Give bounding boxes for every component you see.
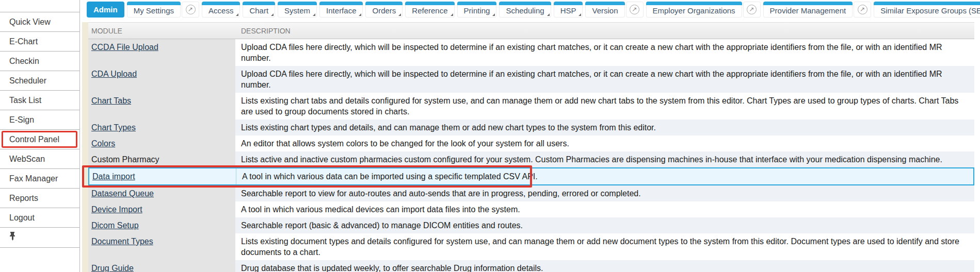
tab-top-accent [127,2,181,5]
dropdown-arrow-icon[interactable] [359,13,361,16]
dropdown-arrow-icon[interactable] [313,13,315,16]
module-link-document-types[interactable]: Document Types [91,237,153,246]
tab-provider-management[interactable]: Provider Management↗ [763,2,872,18]
tab-system[interactable]: System [278,2,317,18]
tab-interface[interactable]: Interface [319,2,363,18]
table-row-document-types[interactable]: Document TypesLists existing document ty… [88,233,974,260]
table-row-chart-tabs[interactable]: Chart TabsLists existing chart tabs and … [88,93,974,120]
sidebar-item-task-list[interactable]: Task List [0,90,79,110]
table-row-colors[interactable]: ColorsAn editor that allows system color… [88,135,974,151]
sidebar-item-checkin[interactable]: Checkin [0,51,79,71]
tab-body: Similar Exposure Groups (SEGs) [874,2,980,18]
module-description: Upload CDA files here directly, which wi… [235,39,974,66]
app-window: Quick ViewE-ChartCheckinSchedulerTask Li… [0,0,980,272]
sidebar-item-reports[interactable]: Reports [0,188,79,208]
tab-admin[interactable]: Admin [87,2,124,18]
module-link-cda-upload[interactable]: CDA Upload [91,70,137,78]
module-link-dicom-setup[interactable]: Dicom Setup [91,221,139,230]
tab-label: Access [208,6,233,16]
tab-label: Admin [93,5,118,14]
tab-employer-organizations[interactable]: Employer Organizations↗ [646,2,761,18]
sidebar-item-webscan[interactable]: WebScan [0,149,79,168]
tab-version[interactable]: Version↗ [585,2,643,18]
module-link-drug-guide[interactable]: Drug Guide [91,264,134,272]
tab-bar: AdminMy Settings↗AccessChartSystemInterf… [87,2,980,19]
tab-body: Reference [405,2,454,18]
tab-body: Orders [365,2,403,18]
tab-label: Reference [412,6,447,16]
tab-label: Chart [249,6,268,16]
tab-body: Version [585,2,624,18]
tab-label: Orders [372,6,396,16]
tab-label: Provider Management [770,6,846,16]
sidebar-item-label: WebScan [9,155,45,163]
module-link-ccda-file-upload[interactable]: CCDA File Upload [91,43,158,52]
tab-scheduling[interactable]: Scheduling [499,2,551,18]
module-description: A tool in which various data can be impo… [236,168,973,184]
sidebar-item-control-panel[interactable]: Control Panel [0,129,79,149]
sidebar-item-e-sign[interactable]: E-Sign [0,110,79,129]
tab-chart[interactable]: Chart [243,2,275,18]
sidebar-item-logout[interactable]: Logout [0,208,79,227]
module-link-chart-tabs[interactable]: Chart Tabs [91,96,131,105]
tab-similar-exposure-groups-segs[interactable]: Similar Exposure Groups (SEGs)↗ [874,2,980,18]
external-link-button[interactable]: ↗ [854,2,871,18]
module-description: Upload CDA files here directly, which wi… [235,66,974,93]
tab-orders[interactable]: Orders [365,2,403,18]
table-row-datasend-queue[interactable]: Datasend QueueSearchable report to view … [88,185,974,201]
external-link-button[interactable]: ↗ [743,2,761,18]
tab-label: System [284,6,310,16]
table-row-device-import[interactable]: Device ImportA tool in which various med… [88,201,974,217]
table-row-data-import[interactable]: Data importA tool in which various data … [88,167,974,185]
module-link-device-import[interactable]: Device Import [91,205,142,214]
table-header-row: MODULE DESCRIPTION [88,22,974,39]
tab-hsp[interactable]: HSP [554,2,583,18]
tab-body: Scheduling [499,2,551,18]
sidebar-pin-button[interactable] [0,227,79,248]
tab-label: My Settings [134,6,174,16]
table-row-chart-types[interactable]: Chart TypesLists existing chart types an… [88,120,974,135]
external-link-button[interactable]: ↗ [182,2,199,18]
tab-printing[interactable]: Printing [457,2,497,18]
dropdown-arrow-icon[interactable] [547,13,550,16]
dropdown-arrow-icon[interactable] [451,13,453,16]
module-description: A tool in which various medical devices … [235,201,974,217]
tab-top-accent [585,2,624,5]
module-cell: Drug Guide [88,260,235,272]
sidebar-item-fax-manager[interactable]: Fax Manager [0,168,79,188]
table-row-cda-upload[interactable]: CDA UploadUpload CDA files here directly… [88,66,974,93]
table-row-drug-guide[interactable]: Drug GuideDrug database that is updated … [88,260,974,272]
tab-reference[interactable]: Reference [405,2,454,18]
module-link-colors[interactable]: Colors [91,139,115,148]
pin-icon [9,228,16,247]
tab-top-accent [278,2,317,5]
module-description: Searchable report (basic & advanced) to … [235,217,974,233]
table-row-ccda-file-upload[interactable]: CCDA File UploadUpload CDA files here di… [88,39,974,66]
tab-my-settings[interactable]: My Settings↗ [127,2,199,18]
table-row-dicom-setup[interactable]: Dicom SetupSearchable report (basic & ad… [88,217,974,233]
dropdown-arrow-icon[interactable] [271,13,274,16]
module-cell: Data import [89,168,236,184]
sidebar-item-quick-view[interactable]: Quick View [0,12,79,31]
dropdown-arrow-icon[interactable] [579,13,581,16]
dropdown-arrow-icon[interactable] [492,13,495,16]
module-cell: Document Types [88,233,235,260]
sidebar-item-e-chart[interactable]: E-Chart [0,31,79,51]
tab-label: Employer Organizations [653,6,735,16]
dropdown-arrow-icon[interactable] [236,13,238,16]
tab-body: Printing [457,2,497,18]
table-row-custom-pharmacy[interactable]: Custom PharmacyLists active and inactive… [88,151,974,167]
sidebar-item-scheduler[interactable]: Scheduler [0,71,79,90]
external-link-button[interactable]: ↗ [626,2,644,18]
module-cell: Chart Types [88,120,235,135]
dropdown-arrow-icon[interactable] [398,13,401,16]
module-cell: Datasend Queue [88,185,235,201]
sidebar-item-label: Control Panel [9,135,59,144]
module-link-chart-types[interactable]: Chart Types [91,123,136,132]
sidebar-item-label: E-Chart [9,37,38,46]
module-cell: Device Import [88,201,235,217]
tab-access[interactable]: Access [202,2,240,18]
module-link-data-import[interactable]: Data import [92,172,135,181]
module-link-datasend-queue[interactable]: Datasend Queue [91,189,154,198]
tab-body: HSP [554,2,583,18]
